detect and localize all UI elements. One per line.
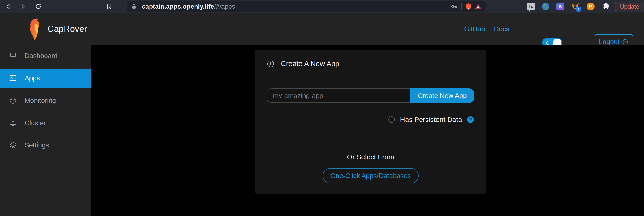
kebab-menu-icon[interactable]: ⋮ (643, 3, 644, 10)
bat-rewards-icon[interactable] (474, 3, 482, 10)
keplr-label: K (558, 4, 562, 10)
url-host: captain.apps.openly.life (142, 3, 214, 10)
screen: captain.apps.openly.life/#/apps h. K (0, 0, 644, 216)
polkadot-label: P (589, 4, 592, 9)
gauge-icon (9, 97, 17, 104)
logout-label: Logout (599, 38, 620, 46)
app-name-input[interactable] (266, 88, 410, 103)
sidebar-item-label: Cluster (24, 120, 46, 127)
metamask-badge: 1 (576, 6, 581, 12)
main-content: Create A New App Create New App Has Pers… (90, 45, 644, 216)
sidebar-item-cluster[interactable]: Cluster (0, 114, 90, 132)
terminal-icon (9, 74, 17, 82)
persistent-data-row: Has Persistent Data ? (388, 114, 474, 125)
lock-icon (130, 3, 138, 10)
key-icon[interactable] (450, 3, 458, 10)
logout-icon (622, 38, 629, 46)
polkadot-extension-icon[interactable]: P (586, 2, 595, 11)
cluster-icon (9, 120, 17, 127)
sidebar-item-label: Monitoring (24, 97, 56, 104)
keplr-extension-icon[interactable]: K (556, 2, 565, 11)
card-title: Create A New App (281, 60, 340, 68)
brave-shield-icon[interactable] (465, 3, 472, 10)
sidebar-item-label: Apps (24, 74, 40, 82)
sidebar-item-label: Settings (24, 142, 49, 149)
help-icon[interactable]: ? (467, 116, 474, 123)
sidebar: Dashboard Apps Monitoring Cluster Settin (0, 45, 90, 216)
highlighter-extension-icon[interactable]: h. (526, 2, 536, 11)
browser-toolbar: captain.apps.openly.life/#/apps h. K (0, 0, 644, 13)
persistent-data-label: Has Persistent Data (400, 116, 462, 124)
url-bar[interactable]: captain.apps.openly.life/#/apps (126, 2, 486, 12)
card-body-divider (266, 138, 474, 138)
one-click-apps-button[interactable]: One-Click Apps/Databases (323, 168, 418, 184)
update-label: Update (620, 3, 639, 10)
extensions-puzzle-icon[interactable] (601, 2, 610, 11)
sidebar-item-label: Dashboard (24, 52, 58, 60)
create-app-card: Create A New App Create New App Has Pers… (255, 50, 486, 194)
browser-update-button[interactable]: Update ⋮ (615, 2, 644, 12)
create-new-app-button[interactable]: Create New App (410, 88, 474, 103)
sidebar-item-monitoring[interactable]: Monitoring (0, 91, 90, 110)
url-bar-divider (461, 4, 462, 10)
bookmark-icon[interactable] (104, 2, 114, 11)
reload-icon[interactable] (34, 2, 43, 11)
gear-icon (9, 142, 17, 149)
github-link[interactable]: GitHub (464, 13, 485, 45)
docs-link[interactable]: Docs (494, 13, 509, 45)
globe-extension-icon[interactable] (541, 2, 550, 11)
plus-circle-icon (267, 60, 274, 68)
laptop-icon (9, 52, 17, 60)
url-text: captain.apps.openly.life/#/apps (142, 3, 235, 10)
sidebar-item-settings[interactable]: Settings (0, 136, 90, 155)
metamask-extension-icon[interactable]: 1 (571, 2, 580, 11)
back-icon[interactable] (4, 2, 13, 11)
persistent-data-checkbox[interactable] (388, 116, 395, 123)
brand-title: CapRover (48, 13, 87, 45)
card-header: Create A New App (255, 50, 486, 77)
highlighter-label: h. (529, 4, 533, 9)
sidebar-item-dashboard[interactable]: Dashboard (0, 46, 90, 65)
caprover-logo (25, 17, 44, 42)
forward-icon[interactable] (18, 2, 28, 11)
app-header: CapRover GitHub Docs Logout (0, 13, 644, 45)
sidebar-item-apps[interactable]: Apps (0, 68, 90, 88)
or-select-text: Or Select From (255, 153, 486, 161)
url-path: /#/apps (214, 3, 235, 10)
new-app-input-row: Create New App (266, 88, 474, 103)
